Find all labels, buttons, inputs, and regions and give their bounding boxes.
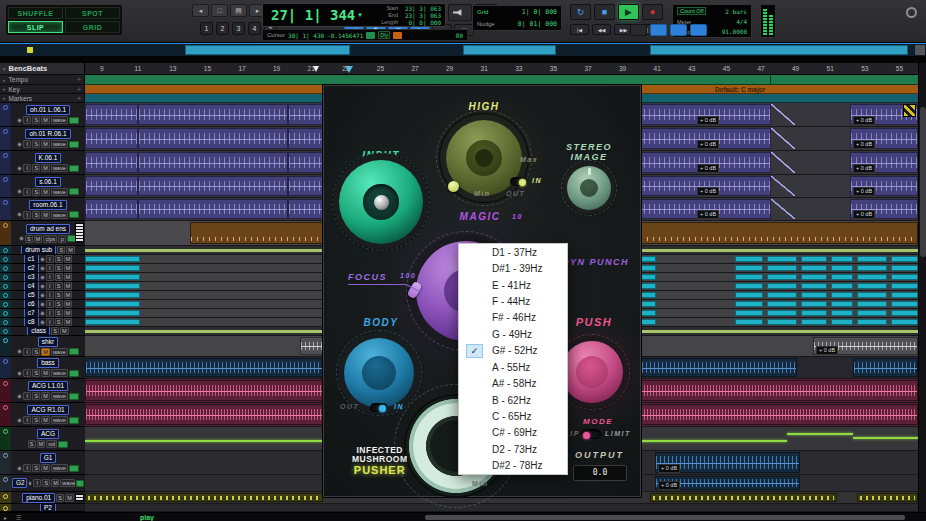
audio-clip[interactable] bbox=[85, 104, 138, 125]
track-button-wave[interactable]: wave bbox=[51, 464, 68, 472]
automation-mode-chip[interactable] bbox=[76, 480, 84, 487]
expand-arrow-icon[interactable]: ▸ bbox=[3, 77, 6, 83]
track-button-m[interactable]: M bbox=[41, 164, 50, 172]
meter-value[interactable]: 4/4 bbox=[736, 18, 747, 25]
track-button-m[interactable]: M bbox=[41, 416, 50, 424]
track-button-s[interactable]: S bbox=[42, 479, 50, 487]
record-dot-icon[interactable] bbox=[40, 320, 45, 325]
audio-clip[interactable] bbox=[891, 292, 918, 298]
track-name[interactable]: room.06.1 bbox=[29, 200, 66, 210]
body-in-out-toggle[interactable] bbox=[370, 403, 388, 412]
universe-view[interactable] bbox=[0, 43, 926, 56]
dropdown-item[interactable]: D#2 - 78Hz bbox=[459, 457, 567, 473]
record-dot-icon[interactable] bbox=[17, 371, 22, 376]
audio-clip[interactable] bbox=[831, 310, 853, 316]
audio-clip[interactable] bbox=[831, 301, 853, 307]
dropdown-item[interactable]: C# - 69Hz bbox=[459, 425, 567, 441]
record-enable-icon[interactable] bbox=[3, 293, 8, 298]
record-dot-icon[interactable] bbox=[40, 293, 45, 298]
track-button-i[interactable]: I bbox=[23, 369, 31, 377]
dropdown-item[interactable]: ✓G# - 52Hz bbox=[459, 343, 567, 359]
track-button-s[interactable]: S bbox=[32, 140, 40, 148]
track-name[interactable]: shkr bbox=[38, 337, 58, 347]
audio-clip[interactable] bbox=[767, 310, 797, 316]
audio-clip[interactable] bbox=[735, 274, 763, 280]
audio-clip[interactable] bbox=[767, 256, 797, 262]
audio-clip[interactable] bbox=[801, 310, 827, 316]
track-button-m[interactable]: M bbox=[64, 273, 73, 281]
track-header-k-06-1[interactable]: K.06.1ISMwave bbox=[0, 151, 85, 175]
track-button-s[interactable]: S bbox=[55, 309, 63, 317]
track-button-wave[interactable]: wave bbox=[51, 416, 68, 424]
track-button-m[interactable]: M bbox=[41, 392, 50, 400]
expand-arrow-icon[interactable]: ▸ bbox=[3, 95, 6, 101]
track-button-s[interactable]: S bbox=[55, 264, 63, 272]
track-button-clps[interactable]: clps bbox=[43, 235, 57, 243]
go-to-start-button[interactable]: |◀ bbox=[570, 24, 589, 35]
track-header-g1[interactable]: G1ISMwave bbox=[0, 451, 85, 475]
high-in-out-toggle[interactable] bbox=[510, 177, 528, 186]
record-enable-icon[interactable] bbox=[3, 453, 8, 458]
ruler-row-key[interactable]: ▸Key+ bbox=[0, 85, 84, 94]
track-button-m[interactable]: M bbox=[41, 116, 50, 124]
audio-clip[interactable] bbox=[801, 301, 827, 307]
automation-mode-chip[interactable] bbox=[69, 117, 79, 124]
automation-mode-chip[interactable] bbox=[69, 211, 79, 218]
record-enable-icon[interactable] bbox=[3, 275, 8, 280]
expand-arrow-icon[interactable]: ▸ bbox=[3, 86, 6, 92]
track-button-s[interactable]: S bbox=[32, 416, 40, 424]
record-enable-icon[interactable] bbox=[3, 405, 8, 410]
track-button-m[interactable]: M bbox=[34, 235, 43, 243]
track-button-m[interactable]: M bbox=[64, 309, 73, 317]
track-button-wave[interactable]: wave bbox=[51, 348, 68, 356]
track-header-c1[interactable]: c1ISM bbox=[0, 255, 85, 264]
record-button[interactable]: ● bbox=[642, 4, 663, 20]
track-button-i[interactable]: I bbox=[46, 273, 54, 281]
track-button-i[interactable]: I bbox=[33, 479, 41, 487]
track-name[interactable]: oh.01 L.06.1 bbox=[26, 105, 70, 115]
track-name[interactable]: ACG R1.01 bbox=[27, 405, 68, 415]
audio-clip[interactable] bbox=[85, 274, 140, 280]
audio-clip[interactable] bbox=[767, 292, 797, 298]
audio-clip[interactable] bbox=[640, 265, 656, 271]
record-enable-icon[interactable] bbox=[3, 359, 8, 364]
record-dot-icon[interactable] bbox=[17, 349, 22, 354]
audio-clip[interactable] bbox=[85, 176, 138, 196]
tempo-ruler-button[interactable] bbox=[690, 24, 707, 36]
bars-ruler[interactable]: 9111315171921232527293133353739414345474… bbox=[85, 63, 918, 75]
record-enable-icon[interactable] bbox=[3, 177, 8, 182]
track-button-m[interactable]: M bbox=[41, 369, 50, 377]
audio-clip[interactable] bbox=[767, 274, 797, 280]
automation-mode-chip[interactable] bbox=[58, 441, 68, 448]
track-button-m[interactable]: M bbox=[41, 140, 50, 148]
audio-clip[interactable] bbox=[85, 152, 138, 173]
record-dot-icon[interactable] bbox=[40, 302, 45, 307]
track-button-i[interactable]: I bbox=[46, 300, 54, 308]
track-name[interactable]: c1 bbox=[24, 255, 39, 263]
track-button-m[interactable]: M bbox=[64, 291, 73, 299]
track-button-wave[interactable]: wave bbox=[51, 369, 68, 377]
track-button-s[interactable]: S bbox=[55, 273, 63, 281]
audio-clip[interactable] bbox=[831, 283, 853, 289]
track-button-m[interactable]: M bbox=[41, 464, 50, 472]
automation-line[interactable] bbox=[787, 433, 853, 435]
track-button-m[interactable]: M bbox=[64, 282, 73, 290]
track-button-i[interactable]: I bbox=[23, 164, 31, 172]
audio-clip[interactable] bbox=[85, 265, 140, 271]
track-button-i[interactable]: I bbox=[46, 318, 54, 326]
record-enable-icon[interactable] bbox=[3, 105, 8, 110]
audio-clip[interactable] bbox=[771, 128, 795, 149]
record-dot-icon[interactable] bbox=[17, 142, 22, 147]
zoom-preset-1[interactable]: 1 bbox=[200, 22, 213, 35]
grid-value[interactable]: 1| 0| 000 bbox=[522, 8, 557, 16]
track-button-s[interactable]: S bbox=[32, 348, 40, 356]
record-enable-icon[interactable] bbox=[3, 284, 8, 289]
audio-clip[interactable] bbox=[801, 265, 827, 271]
nudge-value[interactable]: 0| 01| 000 bbox=[518, 20, 557, 28]
track-button-s[interactable]: S bbox=[55, 282, 63, 290]
timeline-insertion-chip[interactable] bbox=[366, 32, 375, 39]
audio-clip[interactable] bbox=[891, 319, 918, 325]
track-button-i[interactable]: I bbox=[23, 464, 31, 472]
record-status-chip[interactable] bbox=[393, 32, 402, 39]
zoom-out-button[interactable]: ◂ bbox=[192, 4, 209, 17]
